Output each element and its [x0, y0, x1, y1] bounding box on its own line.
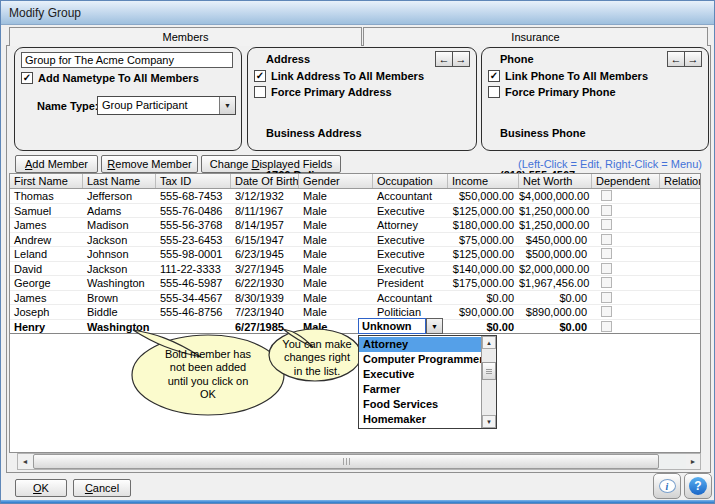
- dropdown-option[interactable]: Executive: [359, 367, 481, 382]
- cell-occupation: President: [373, 276, 448, 290]
- cell-dob: 6/15/1947: [231, 233, 299, 247]
- column-header[interactable]: Relation: [660, 174, 700, 188]
- checked-checkbox-icon[interactable]: ✓: [488, 70, 500, 82]
- column-header[interactable]: Last Name: [83, 174, 156, 188]
- link-address-label: Link Address To All Members: [271, 70, 424, 82]
- dependent-checkbox[interactable]: [601, 205, 612, 216]
- add-nametype-label: Add Nametype To All Members: [38, 72, 199, 84]
- column-header[interactable]: First Name: [10, 174, 83, 188]
- chevron-down-icon[interactable]: ▼: [426, 318, 443, 334]
- window-bottom-edge: [1, 500, 714, 503]
- add-nametype-checkbox-row[interactable]: ✓ Add Nametype To All Members: [21, 72, 199, 84]
- table-row[interactable]: Thomas Jefferson 555-68-7453 3/12/1932 M…: [10, 189, 700, 204]
- column-header[interactable]: Occupation: [373, 174, 448, 188]
- unchecked-checkbox-icon[interactable]: [488, 86, 500, 98]
- phone-prev-button[interactable]: ←: [667, 51, 685, 67]
- table-row[interactable]: Andrew Jackson 555-23-6453 6/15/1947 Mal…: [10, 233, 700, 248]
- cell-net-worth: $0.00: [519, 320, 592, 334]
- cell-relation: [660, 320, 700, 334]
- link-phone-checkbox-row[interactable]: ✓ Link Phone To All Members: [488, 70, 648, 82]
- table-row[interactable]: David Jackson 111-22-3333 3/27/1945 Male…: [10, 262, 700, 277]
- checked-checkbox-icon[interactable]: ✓: [21, 72, 33, 84]
- dependent-checkbox[interactable]: [601, 263, 612, 274]
- column-header[interactable]: Tax ID: [156, 174, 231, 188]
- dropdown-option[interactable]: Homemaker: [359, 412, 481, 427]
- column-header[interactable]: Dependent: [592, 174, 660, 188]
- scroll-right-icon[interactable]: ►: [686, 454, 700, 469]
- dependent-checkbox[interactable]: [601, 306, 612, 317]
- help-icon: ?: [689, 477, 707, 495]
- dependent-checkbox[interactable]: [601, 190, 612, 201]
- name-type-value: Group Participant: [98, 97, 219, 114]
- cell-occupation: Executive: [373, 233, 448, 247]
- phone-next-button[interactable]: →: [684, 51, 702, 67]
- ok-button[interactable]: OK: [15, 479, 67, 497]
- add-member-button[interactable]: Add Member: [15, 155, 98, 173]
- cell-tax-id: 555-98-0001: [156, 247, 231, 261]
- address-prev-button[interactable]: ←: [435, 51, 453, 67]
- address-next-button[interactable]: →: [452, 51, 470, 67]
- table-row[interactable]: Joseph Biddle 555-46-8756 7/23/1940 Male…: [10, 305, 700, 320]
- column-header[interactable]: Gender: [299, 174, 373, 188]
- help-button[interactable]: ?: [684, 473, 712, 499]
- dropdown-scroll-thumb[interactable]: [482, 362, 496, 380]
- remove-member-button[interactable]: Remove Member: [101, 155, 198, 173]
- force-primary-address-checkbox-row[interactable]: Force Primary Address: [254, 86, 392, 98]
- cell-gender: Male: [299, 247, 373, 261]
- callout-bold-member: Bold member has not been added until you…: [148, 348, 268, 401]
- cell-dependent: [592, 233, 660, 247]
- cell-tax-id: 555-76-0486: [156, 204, 231, 218]
- cell-first-name: Henry: [10, 320, 83, 334]
- dropdown-option-selected[interactable]: Attorney: [359, 337, 481, 352]
- dependent-checkbox[interactable]: [601, 277, 612, 288]
- link-address-checkbox-row[interactable]: ✓ Link Address To All Members: [254, 70, 424, 82]
- column-header[interactable]: Income: [448, 174, 519, 188]
- scroll-down-icon[interactable]: ▼: [482, 415, 496, 428]
- occupation-editor-value[interactable]: Unknown: [358, 318, 426, 334]
- cell-tax-id: 555-46-8756: [156, 305, 231, 319]
- cell-relation: [660, 247, 700, 261]
- occupation-inline-editor[interactable]: Unknown ▼: [358, 318, 443, 334]
- address-title: Address: [266, 53, 310, 65]
- table-row[interactable]: James Brown 555-34-4567 8/30/1939 Male A…: [10, 291, 700, 306]
- unchecked-checkbox-icon[interactable]: [254, 86, 266, 98]
- dependent-checkbox[interactable]: [601, 321, 612, 332]
- checked-checkbox-icon[interactable]: ✓: [254, 70, 266, 82]
- dependent-checkbox[interactable]: [601, 234, 612, 245]
- tab-members[interactable]: Members: [9, 27, 362, 46]
- group-name-input[interactable]: [21, 52, 233, 68]
- cell-relation: [660, 305, 700, 319]
- cancel-button[interactable]: Cancel: [73, 479, 131, 497]
- cell-tax-id: 555-34-4567: [156, 291, 231, 305]
- cell-dob: 8/14/1957: [231, 218, 299, 232]
- scroll-left-icon[interactable]: ◄: [18, 454, 32, 469]
- cell-first-name: Andrew: [10, 233, 83, 247]
- column-header[interactable]: Date Of Birth: [231, 174, 299, 188]
- cell-last-name: Adams: [83, 204, 156, 218]
- chevron-down-icon[interactable]: ▼: [219, 97, 235, 114]
- hscroll-thumb[interactable]: [33, 454, 659, 469]
- cell-income: $0.00: [448, 291, 519, 305]
- dependent-checkbox[interactable]: [601, 219, 612, 230]
- cell-occupation: Accountant: [373, 291, 448, 305]
- table-row[interactable]: Leland Johnson 555-98-0001 6/23/1945 Mal…: [10, 247, 700, 262]
- info-button[interactable]: i: [653, 473, 681, 499]
- column-header[interactable]: Net Worth: [519, 174, 592, 188]
- scroll-up-icon[interactable]: ▲: [482, 336, 496, 349]
- force-primary-phone-checkbox-row[interactable]: Force Primary Phone: [488, 86, 616, 98]
- dependent-checkbox[interactable]: [601, 248, 612, 259]
- dropdown-option[interactable]: Food Services: [359, 397, 481, 412]
- table-row[interactable]: James Madison 555-56-3768 8/14/1957 Male…: [10, 218, 700, 233]
- cell-income: $75,000.00: [448, 233, 519, 247]
- cell-dependent: [592, 305, 660, 319]
- title-bar[interactable]: Modify Group: [1, 1, 714, 25]
- table-row[interactable]: Samuel Adams 555-76-0486 8/11/1967 Male …: [10, 204, 700, 219]
- dropdown-scrollbar[interactable]: ▲ ▼: [481, 336, 496, 428]
- dependent-checkbox[interactable]: [601, 292, 612, 303]
- table-horizontal-scrollbar[interactable]: ◄ ►: [17, 453, 701, 470]
- name-type-select[interactable]: Group Participant ▼: [97, 96, 236, 115]
- tab-insurance[interactable]: Insurance: [363, 27, 708, 46]
- dropdown-option[interactable]: Farmer: [359, 382, 481, 397]
- table-row[interactable]: George Washington 555-46-5987 6/22/1930 …: [10, 276, 700, 291]
- dropdown-option[interactable]: Computer Programmer: [359, 352, 481, 367]
